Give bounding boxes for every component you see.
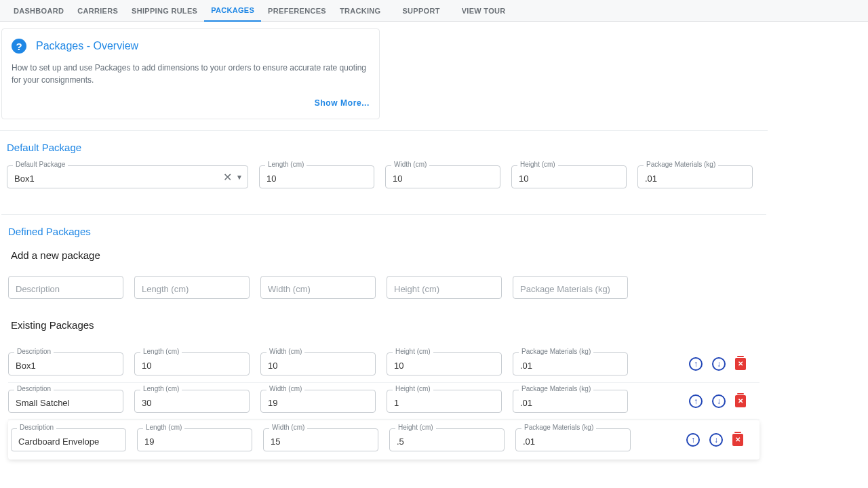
length-label: Length (cm) <box>265 161 307 168</box>
nav-tracking[interactable]: TRACKING <box>333 1 387 21</box>
delete-icon: ✕ <box>738 398 743 405</box>
package-row: DescriptionLength (cm)Width (cm)Height (… <box>8 346 760 383</box>
default-width-input[interactable] <box>385 165 500 188</box>
nav-shipping-rules[interactable]: SHIPPING RULES <box>125 1 204 21</box>
row-materials-input[interactable] <box>513 352 628 375</box>
move-up-button[interactable]: ↑ <box>689 357 703 371</box>
delete-button[interactable]: ✕ <box>735 358 746 370</box>
row-length-input[interactable] <box>134 390 250 413</box>
nav-carriers[interactable]: CARRIERS <box>71 1 125 21</box>
move-up-button[interactable]: ↑ <box>686 433 700 447</box>
row-width-input[interactable] <box>263 428 378 451</box>
row-description-input[interactable] <box>11 428 126 451</box>
overview-description: How to set up and use Packages to add di… <box>12 62 370 86</box>
defined-packages-section: Defined Packages Add a new package Exist… <box>1 214 766 474</box>
nav-packages[interactable]: PACKAGES <box>204 0 261 22</box>
package-row: DescriptionLength (cm)Width (cm)Height (… <box>8 383 760 420</box>
default-package-label: Default Package <box>13 161 68 168</box>
default-height-input[interactable] <box>511 165 627 188</box>
height-label: Height (cm) <box>393 348 433 355</box>
length-label: Length (cm) <box>143 424 184 431</box>
materials-label: Package Materials (kg) <box>521 424 596 431</box>
nav-support[interactable]: SUPPORT <box>395 1 446 21</box>
row-materials-input[interactable] <box>515 428 631 451</box>
width-label: Width (cm) <box>267 385 304 392</box>
top-nav: DASHBOARD CARRIERS SHIPPING RULES PACKAG… <box>0 0 868 22</box>
materials-label: Package Materials (kg) <box>519 348 593 355</box>
default-materials-input[interactable] <box>637 165 753 188</box>
description-label: Description <box>14 385 54 392</box>
show-more-link[interactable]: Show More... <box>315 98 370 108</box>
row-height-input[interactable] <box>389 428 505 451</box>
move-down-button[interactable]: ↓ <box>712 394 726 408</box>
row-description-input[interactable] <box>8 390 123 413</box>
row-length-input[interactable] <box>134 352 250 375</box>
default-package-section: Default Package Default Package ✕ ▼ Leng… <box>0 130 768 203</box>
defined-packages-heading: Defined Packages <box>8 226 760 237</box>
chevron-down-icon[interactable]: ▼ <box>235 172 244 182</box>
add-width-input[interactable] <box>260 276 376 299</box>
add-materials-input[interactable] <box>513 276 628 299</box>
overview-card: ? Packages - Overview How to set up and … <box>1 28 380 119</box>
package-row: DescriptionLength (cm)Width (cm)Height (… <box>8 420 760 460</box>
row-width-input[interactable] <box>260 352 376 375</box>
materials-label: Package Materials (kg) <box>519 385 593 392</box>
width-label: Width (cm) <box>391 161 429 168</box>
move-down-button[interactable]: ↓ <box>709 433 723 447</box>
delete-icon: ✕ <box>735 436 741 443</box>
add-length-input[interactable] <box>134 276 250 299</box>
row-height-input[interactable] <box>387 352 502 375</box>
row-materials-input[interactable] <box>513 390 628 413</box>
add-description-input[interactable] <box>8 276 123 299</box>
height-label: Height (cm) <box>393 385 433 392</box>
materials-label: Package Materials (kg) <box>644 161 718 168</box>
delete-icon: ✕ <box>738 361 743 367</box>
default-length-input[interactable] <box>259 165 374 188</box>
description-label: Description <box>17 424 56 431</box>
help-icon: ? <box>12 39 26 54</box>
nav-dashboard[interactable]: DASHBOARD <box>7 1 71 21</box>
row-height-input[interactable] <box>387 390 502 413</box>
length-label: Length (cm) <box>140 385 182 392</box>
height-label: Height (cm) <box>517 161 558 168</box>
row-length-input[interactable] <box>137 428 252 451</box>
row-width-input[interactable] <box>260 390 376 413</box>
nav-view-tour[interactable]: VIEW TOUR <box>455 1 513 21</box>
delete-button[interactable]: ✕ <box>732 434 743 446</box>
length-label: Length (cm) <box>140 348 182 355</box>
description-label: Description <box>14 348 54 355</box>
add-package-heading: Add a new package <box>11 249 760 261</box>
add-height-input[interactable] <box>387 276 502 299</box>
overview-title: Packages - Overview <box>36 40 138 52</box>
delete-button[interactable]: ✕ <box>735 395 746 407</box>
default-package-select[interactable] <box>7 165 248 188</box>
default-package-heading: Default Package <box>7 142 761 153</box>
row-description-input[interactable] <box>8 352 123 375</box>
height-label: Height (cm) <box>395 424 436 431</box>
width-label: Width (cm) <box>267 348 304 355</box>
move-down-button[interactable]: ↓ <box>712 357 726 371</box>
clear-icon[interactable]: ✕ <box>222 169 233 185</box>
nav-preferences[interactable]: PREFERENCES <box>261 1 333 21</box>
existing-packages-heading: Existing Packages <box>11 319 760 331</box>
move-up-button[interactable]: ↑ <box>689 394 703 408</box>
width-label: Width (cm) <box>269 424 307 431</box>
